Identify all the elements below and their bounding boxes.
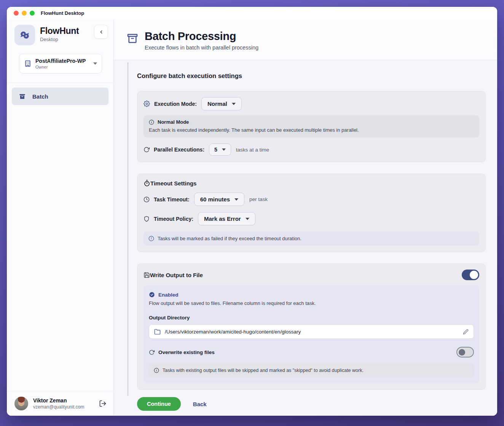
user-email: vzeman@qualityunit.com bbox=[33, 404, 84, 410]
overwrite-toggle[interactable] bbox=[456, 347, 474, 357]
app-window: FlowHunt Desktop FlowHunt Desktop bbox=[7, 7, 497, 416]
parallel-executions-label: Parallel Executions: bbox=[154, 147, 204, 153]
workspace-selector[interactable]: PostAffiliatePro-WP Owner bbox=[19, 54, 102, 73]
stopwatch-icon bbox=[144, 180, 150, 187]
edit-pencil-icon[interactable] bbox=[463, 329, 469, 335]
refresh-icon bbox=[144, 147, 150, 153]
chevron-down-icon bbox=[234, 198, 238, 201]
write-output-card: Write Output to File Enabled Flow output… bbox=[137, 263, 486, 390]
task-timeout-suffix: per task bbox=[249, 196, 268, 202]
execution-mode-select[interactable]: Normal bbox=[201, 97, 242, 110]
sidebar-collapse-button[interactable] bbox=[94, 25, 108, 39]
app-name: FlowHunt bbox=[40, 26, 79, 36]
section-title: Configure batch execution settings bbox=[137, 72, 486, 80]
building-icon bbox=[24, 60, 32, 67]
output-directory-input[interactable]: /Users/viktorzeman/work/amicited-hugo/co… bbox=[149, 324, 474, 339]
shield-icon bbox=[144, 216, 150, 222]
sidebar-nav: Batch bbox=[7, 83, 113, 110]
timeout-info-text: Tasks will be marked as failed if they e… bbox=[158, 236, 301, 241]
batch-box-icon bbox=[19, 93, 26, 100]
enabled-label: Enabled bbox=[158, 292, 179, 298]
execution-mode-value: Normal bbox=[207, 101, 227, 107]
folder-icon bbox=[154, 329, 161, 335]
timeout-info: Tasks will be marked as failed if they e… bbox=[144, 231, 479, 246]
user-profile: Viktor Zeman vzeman@qualityunit.com bbox=[7, 391, 113, 416]
back-button[interactable]: Back bbox=[193, 401, 207, 407]
task-timeout-select[interactable]: 60 minutes bbox=[194, 193, 244, 206]
chevron-down-icon bbox=[222, 148, 226, 151]
write-output-toggle[interactable] bbox=[462, 270, 479, 280]
output-directory-value: /Users/viktorzeman/work/amicited-hugo/co… bbox=[165, 329, 459, 335]
overwrite-info: Tasks with existing output files will be… bbox=[149, 364, 474, 377]
write-output-title: Write Output to File bbox=[150, 272, 203, 278]
logout-icon bbox=[99, 400, 107, 407]
info-icon bbox=[154, 368, 159, 373]
task-timeout-label: Task Timeout: bbox=[154, 196, 190, 203]
parallel-executions-value: 5 bbox=[214, 147, 217, 153]
workspace-role: Owner bbox=[35, 65, 86, 69]
timeout-settings-card: Timeout Settings Task Timeout: 60 minute… bbox=[137, 174, 486, 252]
avatar bbox=[14, 397, 28, 410]
sidebar-item-batch[interactable]: Batch bbox=[12, 88, 108, 105]
minimize-window-button[interactable] bbox=[22, 11, 27, 16]
parallel-executions-select[interactable]: 5 bbox=[209, 144, 231, 156]
chevron-left-icon bbox=[99, 29, 104, 35]
redo-icon bbox=[149, 349, 155, 355]
alert-circle-icon bbox=[148, 236, 154, 241]
output-directory-label: Output Directory bbox=[149, 315, 474, 321]
page-title: Batch Processing bbox=[145, 30, 258, 43]
clock-icon bbox=[144, 196, 150, 203]
traffic-lights bbox=[14, 11, 35, 16]
window-title: FlowHunt Desktop bbox=[41, 10, 84, 16]
sidebar: FlowHunt Desktop PostAffiliatePro-WP Own… bbox=[7, 19, 114, 416]
overwrite-label: Overwrite existing files bbox=[158, 349, 215, 355]
chevron-down-icon bbox=[93, 62, 97, 65]
workspace-name: PostAffiliatePro-WP bbox=[35, 58, 86, 64]
main-panel: Batch Processing Execute flows in batch … bbox=[114, 19, 497, 416]
info-title: Normal Mode bbox=[158, 119, 189, 125]
save-icon bbox=[144, 272, 150, 278]
page-content: Configure batch execution settings Execu… bbox=[114, 60, 497, 416]
logout-button[interactable] bbox=[99, 400, 107, 407]
flowhunt-logo bbox=[14, 25, 35, 45]
sidebar-item-label: Batch bbox=[32, 93, 48, 100]
page-header: Batch Processing Execute flows in batch … bbox=[114, 19, 497, 60]
actions-row: Continue Back bbox=[137, 397, 486, 411]
normal-mode-info: Normal Mode Each task is executed indepe… bbox=[144, 115, 479, 137]
overwrite-info-text: Tasks with existing output files will be… bbox=[163, 368, 364, 373]
output-settings-panel: Enabled Flow output will be saved to fil… bbox=[144, 286, 479, 383]
timeout-settings-title: Timeout Settings bbox=[150, 180, 196, 187]
stepper-line bbox=[128, 62, 128, 396]
batch-processing-icon bbox=[126, 32, 139, 51]
user-name: Viktor Zeman bbox=[33, 397, 84, 404]
execution-mode-card: Execution Mode: Normal Normal Mode bbox=[137, 91, 486, 162]
close-window-button[interactable] bbox=[14, 11, 19, 16]
task-timeout-value: 60 minutes bbox=[200, 196, 230, 203]
info-icon bbox=[149, 120, 154, 125]
parallel-executions-suffix: tasks at a time bbox=[236, 147, 269, 153]
zoom-window-button[interactable] bbox=[30, 11, 35, 16]
info-body: Each task is executed independently. The… bbox=[149, 127, 474, 133]
timeout-policy-value: Mark as Error bbox=[204, 215, 241, 222]
timeout-policy-select[interactable]: Mark as Error bbox=[198, 212, 255, 225]
flowhunt-logo-icon bbox=[19, 29, 31, 41]
gear-icon bbox=[144, 101, 150, 107]
chevron-down-icon bbox=[232, 103, 236, 105]
continue-button[interactable]: Continue bbox=[137, 397, 181, 411]
timeout-policy-label: Timeout Policy: bbox=[154, 216, 193, 222]
chevron-down-icon bbox=[246, 218, 249, 220]
app-subtitle: Desktop bbox=[40, 37, 79, 42]
check-circle-icon bbox=[149, 292, 155, 298]
execution-mode-label: Execution Mode: bbox=[154, 101, 197, 107]
page-subtitle: Execute flows in batch with parallel pro… bbox=[145, 45, 258, 51]
enabled-description: Flow output will be saved to files. File… bbox=[149, 300, 474, 306]
titlebar: FlowHunt Desktop bbox=[7, 7, 497, 19]
